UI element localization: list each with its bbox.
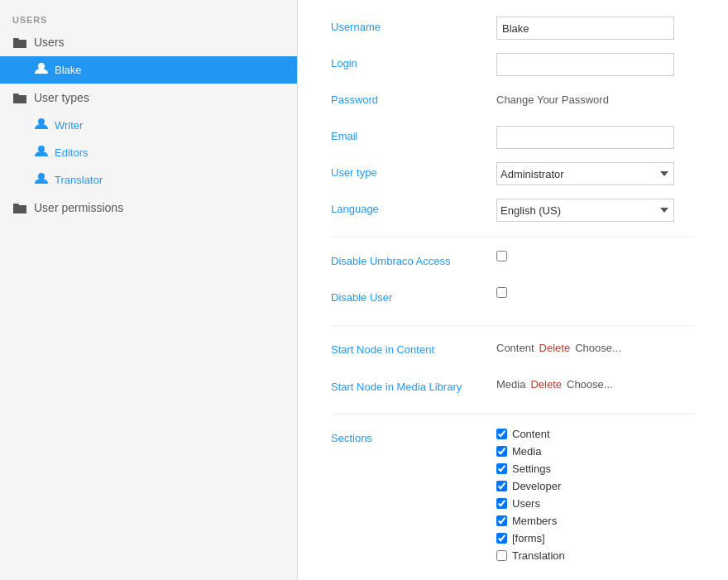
disable-umbraco-value (496, 251, 695, 261)
start-node-media-row: Start Node in Media Library Media Delete… (331, 376, 695, 400)
media-node-choose[interactable]: Choose... (567, 378, 613, 391)
sidebar-item-blake-label: Blake (55, 64, 82, 76)
disable-umbraco-checkbox-row (496, 251, 695, 261)
disable-user-checkbox-row (496, 287, 695, 298)
sidebar-item-user-types-label: User types (34, 91, 89, 104)
section-item-content: Content (496, 428, 695, 440)
start-node-content-label: Start Node in Content (331, 339, 496, 356)
sidebar-section-label: USERS (0, 8, 297, 28)
section-checkbox-developer[interactable] (496, 481, 507, 491)
email-label: Email (331, 126, 496, 142)
username-label: Username (331, 17, 496, 33)
section-item-settings: Settings (496, 463, 695, 475)
language-value: English (US) Danish German French (496, 199, 695, 222)
content-node-actions: Content Delete Choose... (496, 339, 695, 354)
sidebar-item-users[interactable]: Users (0, 28, 297, 56)
sidebar-item-translator[interactable]: Translator (0, 166, 297, 194)
section-item-translation: Translation (496, 549, 695, 562)
content-node-text: Content (496, 342, 534, 354)
svg-point-1 (38, 118, 45, 125)
section-item-forms: [forms] (496, 532, 695, 544)
language-label: Language (331, 199, 496, 215)
disable-umbraco-label: Disable Umbraco Access (331, 251, 496, 267)
writer-icon (35, 117, 48, 133)
password-value: Change Your Password (496, 89, 695, 106)
sidebar-item-permissions[interactable]: User permissions (0, 194, 297, 222)
main-content: Username Login Password Change Your Pass… (298, 0, 728, 580)
svg-point-3 (38, 173, 45, 180)
user-type-value: Administrator Writer Editors Translator (496, 162, 695, 185)
svg-point-0 (38, 63, 45, 70)
disable-user-label: Disable User (331, 287, 496, 304)
content-node-delete[interactable]: Delete (539, 342, 571, 354)
sidebar-item-writer-label: Writer (55, 119, 83, 132)
section-item-developer: Developer (496, 480, 695, 492)
sidebar-item-blake[interactable]: Blake (0, 56, 297, 84)
translator-icon (35, 172, 48, 188)
media-node-text: Media (496, 378, 525, 391)
sections-list: ContentMediaSettingsDeveloperUsersMember… (496, 428, 695, 562)
section-label-settings: Settings (512, 463, 551, 475)
language-select[interactable]: English (US) Danish German French (496, 199, 674, 222)
password-row: Password Change Your Password (331, 89, 695, 114)
sidebar-item-user-types[interactable]: User types (0, 84, 297, 112)
svg-point-2 (38, 146, 45, 152)
sidebar-item-editors[interactable]: Editors (0, 139, 297, 166)
section-item-members: Members (496, 515, 695, 527)
sections-row: Sections ContentMediaSettingsDeveloperUs… (331, 428, 695, 562)
media-node-delete[interactable]: Delete (530, 378, 562, 391)
start-node-media-label: Start Node in Media Library (331, 376, 496, 395)
sections-value: ContentMediaSettingsDeveloperUsersMember… (496, 428, 695, 562)
section-label-media: Media (512, 445, 541, 458)
folder-icon-permissions (12, 200, 27, 215)
section-checkbox-users[interactable] (496, 498, 507, 509)
login-input[interactable] (496, 53, 674, 76)
sidebar-item-editors-label: Editors (55, 146, 88, 159)
username-input[interactable] (496, 17, 674, 40)
sections-label: Sections (331, 428, 496, 444)
disable-user-row: Disable User (331, 287, 695, 312)
section-checkbox-content[interactable] (496, 429, 507, 439)
user-type-label: User type (331, 162, 496, 179)
start-node-content-value: Content Delete Choose... (496, 339, 695, 354)
email-value (496, 126, 695, 149)
sidebar-item-permissions-label: User permissions (34, 201, 123, 214)
section-checkbox-media[interactable] (496, 446, 507, 457)
section-label-developer: Developer (512, 480, 561, 492)
section-checkbox-members[interactable] (496, 515, 507, 526)
section-label-translation: Translation (512, 549, 565, 562)
section-label-content: Content (512, 428, 550, 440)
username-value (496, 17, 695, 40)
media-node-actions: Media Delete Choose... (496, 376, 695, 391)
section-checkbox-translation[interactable] (496, 550, 507, 561)
disable-umbraco-row: Disable Umbraco Access (331, 251, 695, 276)
change-password-link[interactable]: Change Your Password (496, 89, 609, 106)
sidebar-item-writer[interactable]: Writer (0, 112, 297, 139)
sidebar-item-users-label: Users (34, 36, 65, 49)
start-node-media-value: Media Delete Choose... (496, 376, 695, 391)
login-label: Login (331, 53, 496, 70)
sidebar-item-translator-label: Translator (55, 174, 103, 186)
section-item-users: Users (496, 497, 695, 510)
section-item-media: Media (496, 445, 695, 458)
section-checkbox-forms[interactable] (496, 533, 507, 544)
user-type-select[interactable]: Administrator Writer Editors Translator (496, 162, 674, 185)
disable-umbraco-checkbox[interactable] (496, 251, 507, 261)
login-row: Login (331, 53, 695, 78)
section-checkbox-settings[interactable] (496, 463, 507, 474)
language-row: Language English (US) Danish German Fren… (331, 199, 695, 223)
folder-icon-types (12, 90, 27, 105)
login-value (496, 53, 695, 76)
email-row: Email (331, 126, 695, 151)
folder-icon (12, 35, 27, 50)
content-node-choose[interactable]: Choose... (575, 342, 621, 354)
disable-user-checkbox[interactable] (496, 287, 507, 298)
password-label: Password (331, 89, 496, 106)
username-row: Username (331, 17, 695, 41)
start-node-content-row: Start Node in Content Content Delete Cho… (331, 339, 695, 364)
section-label-forms: [forms] (512, 532, 545, 544)
email-input[interactable] (496, 126, 674, 149)
editors-icon (35, 145, 48, 161)
sidebar: USERS Users Blake User types Writer Edit… (0, 0, 298, 580)
disable-user-value (496, 287, 695, 298)
